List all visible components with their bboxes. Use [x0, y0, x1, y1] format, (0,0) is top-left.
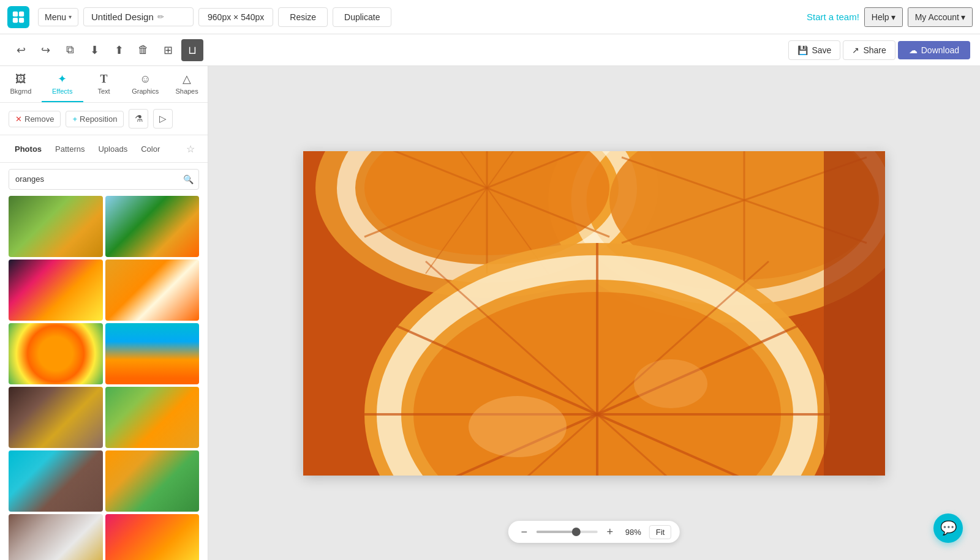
- duplicate-button[interactable]: Duplicate: [333, 7, 391, 27]
- zoom-in-button[interactable]: +: [603, 525, 617, 539]
- svg-point-30: [634, 359, 707, 408]
- start-team-link[interactable]: Start a team!: [807, 12, 859, 22]
- zoom-out-icon: −: [521, 526, 528, 539]
- fit-button[interactable]: Fit: [649, 525, 671, 539]
- zoom-slider[interactable]: [537, 531, 598, 533]
- svg-rect-3: [19, 17, 24, 22]
- canvas-image[interactable]: [303, 151, 885, 476]
- download-icon: ☁: [909, 45, 918, 55]
- help-button[interactable]: Help ▾: [864, 7, 903, 27]
- photo-tabs: Photos Patterns Uploads Color ☆: [0, 135, 208, 163]
- zoom-in-icon: +: [607, 526, 614, 539]
- search-icon: 🔍: [183, 174, 194, 184]
- canvas-area: − + 98% Fit 💬: [208, 66, 980, 560]
- logo[interactable]: [7, 6, 29, 28]
- photo-item[interactable]: [105, 259, 200, 321]
- tab-uploads[interactable]: Uploads: [92, 142, 134, 156]
- sidebar-tab-shapes[interactable]: △ Shapes: [166, 66, 208, 102]
- reposition-plus-icon: +: [72, 114, 77, 124]
- svg-rect-28: [824, 151, 885, 476]
- photo-item[interactable]: [105, 323, 200, 384]
- canvas-wrapper: [303, 151, 885, 476]
- zoom-percent: 98%: [622, 528, 644, 537]
- share-button[interactable]: ↗ Share: [843, 40, 895, 60]
- search-box: 🔍: [9, 169, 199, 190]
- photo-item[interactable]: [105, 514, 200, 560]
- resize-button[interactable]: Resize: [278, 7, 328, 27]
- save-icon: 💾: [797, 45, 808, 55]
- shapes-icon: △: [183, 72, 191, 86]
- menu-button[interactable]: Menu ▾: [38, 8, 78, 26]
- canvas-dimensions: 960px × 540px: [198, 8, 273, 26]
- text-icon: T: [100, 73, 107, 86]
- photo-item[interactable]: [105, 387, 200, 448]
- sidebar-tabs: 🖼 Bkgrnd ✦ Effects T Text ☺ Graphics △ S…: [0, 66, 208, 103]
- zoom-bar: − + 98% Fit: [508, 521, 680, 543]
- undo-button[interactable]: ↩: [10, 39, 32, 61]
- chat-button[interactable]: 💬: [933, 513, 963, 543]
- photo-item[interactable]: [9, 259, 103, 321]
- top-nav: Menu ▾ Untitled Design ✏ 960px × 540px R…: [0, 0, 980, 34]
- remove-button[interactable]: ✕ Remove: [9, 111, 61, 127]
- photo-grid: [0, 196, 208, 560]
- flip-icon: ▷: [159, 113, 167, 124]
- tab-patterns[interactable]: Patterns: [49, 142, 91, 156]
- photo-item[interactable]: [9, 196, 103, 257]
- svg-rect-1: [19, 11, 24, 16]
- menu-label: Menu: [45, 12, 66, 22]
- redo-button[interactable]: ↪: [34, 39, 56, 61]
- sidebar-tab-graphics[interactable]: ☺ Graphics: [124, 66, 166, 102]
- edit-title-icon: ✏: [157, 12, 164, 21]
- reposition-bar: ✕ Remove + Reposition ⚗ ▷: [0, 103, 208, 135]
- svg-rect-2: [13, 17, 18, 22]
- download-button[interactable]: ☁ Download: [898, 41, 970, 59]
- save-button[interactable]: 💾 Save: [788, 40, 840, 60]
- flip-tool-button[interactable]: ▷: [153, 109, 173, 129]
- tab-color[interactable]: Color: [135, 142, 166, 156]
- filter-tool-button[interactable]: ⚗: [129, 109, 148, 129]
- document-title: Untitled Design: [91, 12, 154, 22]
- menu-arrow-icon: ▾: [69, 13, 72, 20]
- zoom-slider-fill: [537, 531, 576, 533]
- filter-icon: ⚗: [135, 113, 143, 124]
- zoom-slider-thumb[interactable]: [572, 528, 581, 536]
- search-input[interactable]: [9, 170, 178, 188]
- tab-photos[interactable]: Photos: [9, 142, 48, 156]
- svg-point-29: [469, 396, 567, 457]
- sidebar-tab-effects[interactable]: ✦ Effects: [42, 66, 83, 102]
- search-button[interactable]: 🔍: [178, 169, 198, 190]
- photo-item[interactable]: [105, 196, 200, 257]
- reposition-button[interactable]: + Reposition: [66, 111, 124, 127]
- svg-rect-0: [13, 11, 18, 16]
- bkgrnd-icon: 🖼: [15, 73, 26, 86]
- star-icon: ☆: [186, 143, 195, 155]
- remove-icon: ✕: [15, 114, 22, 124]
- align-button[interactable]: ⊔: [181, 39, 203, 61]
- account-arrow-icon: ▾: [961, 12, 965, 22]
- grid-button[interactable]: ⊞: [157, 39, 179, 61]
- photo-item[interactable]: [9, 387, 103, 448]
- zoom-out-button[interactable]: −: [517, 525, 532, 539]
- photo-item[interactable]: [105, 450, 200, 512]
- send-backward-button[interactable]: ⬇: [83, 39, 105, 61]
- main-layout: 🖼 Bkgrnd ✦ Effects T Text ☺ Graphics △ S…: [0, 66, 980, 560]
- copy-button[interactable]: ⧉: [59, 39, 81, 61]
- help-arrow-icon: ▾: [891, 12, 895, 22]
- chat-icon: 💬: [940, 520, 957, 536]
- effects-icon: ✦: [58, 72, 67, 86]
- photo-item[interactable]: [9, 323, 103, 384]
- share-icon: ↗: [852, 45, 859, 55]
- graphics-icon: ☺: [140, 73, 151, 86]
- favorites-button[interactable]: ☆: [182, 140, 199, 157]
- account-button[interactable]: My Account ▾: [908, 7, 973, 27]
- sidebar-tab-bkgrnd[interactable]: 🖼 Bkgrnd: [0, 66, 42, 102]
- photo-item[interactable]: [9, 450, 103, 512]
- document-title-area[interactable]: Untitled Design ✏: [83, 7, 194, 26]
- bring-forward-button[interactable]: ⬆: [108, 39, 130, 61]
- left-panel: 🖼 Bkgrnd ✦ Effects T Text ☺ Graphics △ S…: [0, 66, 208, 560]
- delete-button[interactable]: 🗑: [132, 39, 154, 61]
- photo-item[interactable]: [9, 514, 103, 560]
- sidebar-tab-text[interactable]: T Text: [83, 66, 125, 102]
- editor-toolbar: ↩ ↪ ⧉ ⬇ ⬆ 🗑 ⊞ ⊔ 💾 Save ↗ Share ☁ Downloa…: [0, 34, 980, 66]
